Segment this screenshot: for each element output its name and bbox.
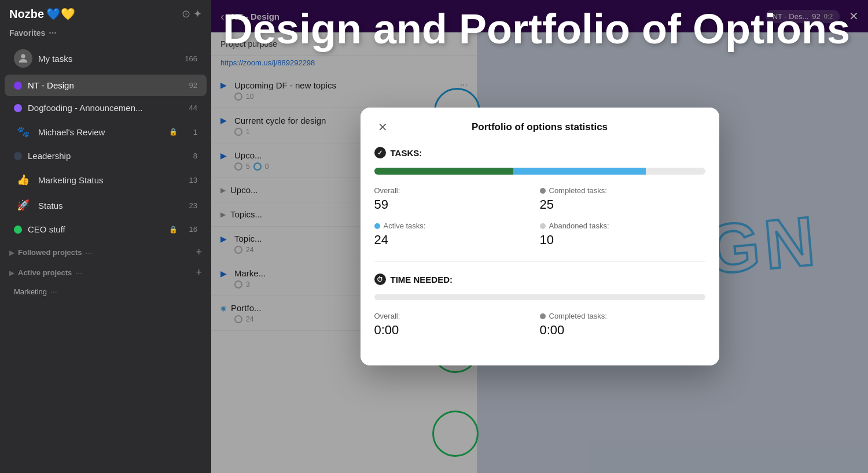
overall-tasks-stat: Overall: 59 [374, 186, 540, 212]
favorites-label: Favorites [9, 28, 45, 38]
time-stats-grid: Overall: 0:00 Completed tasks: 0:00 [374, 312, 705, 338]
sidebar-item-michaels-review[interactable]: 🐾 Michael's Review 🔒 1 [5, 120, 207, 144]
nozbe-logo: Nozbe 💙💛 [9, 7, 75, 21]
ceo-stuff-lock-icon: 🔒 [169, 226, 178, 234]
overall-tasks-value: 59 [374, 197, 540, 212]
followed-projects-chevron-icon[interactable]: ▶ [9, 249, 14, 257]
paw-icon: 🐾 [14, 125, 32, 138]
modal-overlay[interactable]: ✕ Portfolio of options statistics ✓ TASK… [211, 0, 868, 473]
sidebar-item-marketing-status[interactable]: 👍 Marketing Status 13 [5, 168, 207, 192]
leadership-dot [14, 152, 22, 160]
abandoned-tasks-label-text: Abandoned tasks: [549, 221, 609, 230]
time-title-text: TIME NEEDED: [391, 275, 453, 284]
ceo-stuff-count: 16 [183, 225, 197, 234]
completed-tasks-value: 25 [540, 197, 705, 212]
tasks-checkmark-icon: ✓ [374, 147, 386, 158]
abandoned-tasks-value: 10 [540, 232, 705, 247]
sidebar-item-status[interactable]: 🚀 Status 23 [5, 193, 207, 217]
section-divider [374, 261, 705, 262]
tasks-progress-green [374, 168, 513, 175]
nozbe-name: Nozbe [9, 8, 44, 21]
sidebar: Nozbe 💙💛 ⊙ ✦ Favorites ··· My tasks 166 … [0, 0, 211, 473]
leadership-label: Leadership [28, 151, 178, 161]
active-projects-chevron-icon[interactable]: ▶ [9, 269, 14, 277]
overall-time-stat: Overall: 0:00 [374, 312, 540, 338]
followed-projects-label: Followed projects [18, 248, 82, 257]
tasks-progress-bar [374, 168, 705, 175]
dogfooding-label: Dogfooding - Announcemen... [28, 103, 178, 113]
my-tasks-count: 166 [183, 54, 197, 63]
sidebar-item-leadership[interactable]: Leadership 8 [5, 145, 207, 167]
active-projects-menu-icon[interactable]: ··· [75, 268, 82, 278]
my-tasks-avatar [14, 49, 32, 68]
tasks-title-text: TASKS: [391, 148, 422, 158]
nt-design-count: 92 [183, 81, 197, 90]
time-clock-icon: ⏱ [374, 274, 386, 285]
sidebar-item-ceo-stuff[interactable]: CEO stuff 🔒 16 [5, 219, 207, 240]
time-progress-bar [374, 294, 705, 300]
favorites-section: Favorites ··· [0, 25, 211, 43]
tasks-progress-blue [513, 168, 646, 175]
status-label: Status [38, 201, 178, 210]
active-tasks-label-text: Active tasks: [384, 221, 426, 230]
abandoned-dot-icon [540, 223, 546, 229]
abandoned-tasks-label: Abandoned tasks: [540, 221, 705, 230]
overall-time-value: 0:00 [374, 323, 540, 338]
svg-point-0 [21, 54, 25, 58]
active-projects-label: Active projects [18, 268, 72, 277]
active-projects-add-icon[interactable]: + [196, 267, 202, 279]
sidebar-item-dogfooding[interactable]: Dogfooding - Announcemen... 44 [5, 97, 207, 119]
completed-time-label: Completed tasks: [540, 312, 705, 320]
status-count: 23 [183, 201, 197, 210]
nt-design-dot [14, 82, 22, 90]
ceo-stuff-label: CEO stuff [28, 224, 163, 234]
followed-projects-menu-icon[interactable]: ··· [86, 248, 93, 257]
sidebar-item-nt-design[interactable]: NT - Design 92 [5, 75, 207, 96]
sidebar-item-marketing[interactable]: Marketing ··· [0, 281, 211, 298]
dogfooding-dot [14, 104, 22, 112]
favorites-menu-icon[interactable]: ··· [49, 28, 56, 38]
modal-close-button[interactable]: ✕ [374, 119, 392, 136]
completed-time-label-text: Completed tasks: [549, 312, 607, 320]
completed-time-dot-icon [540, 313, 546, 319]
modal-title: Portfolio of options statistics [472, 121, 608, 133]
modal-dialog: ✕ Portfolio of options statistics ✓ TASK… [361, 108, 719, 365]
completed-time-value: 0:00 [540, 323, 705, 338]
active-dot-icon [374, 223, 380, 229]
modal-header: ✕ Portfolio of options statistics [374, 121, 705, 133]
marketing-label: Marketing [14, 287, 47, 296]
time-stats-section: ⏱ TIME NEEDED: Overall: 0:00 [374, 274, 705, 338]
overall-tasks-label-text: Overall: [374, 186, 400, 195]
overall-tasks-label: Overall: [374, 186, 540, 195]
abandoned-tasks-stat: Abandoned tasks: 10 [540, 221, 705, 247]
sidebar-header: Nozbe 💙💛 ⊙ ✦ [0, 0, 211, 25]
main-area: ‹ NT - Design NT - Des... 92 0:2 ✕ Proje… [211, 0, 868, 473]
marketing-status-count: 13 [183, 176, 197, 184]
completed-tasks-label-text: Completed tasks: [549, 186, 607, 195]
time-section-title: ⏱ TIME NEEDED: [374, 274, 705, 285]
tasks-stats-section: ✓ TASKS: Overall: 59 [374, 147, 705, 247]
tasks-stats-grid: Overall: 59 Completed tasks: 25 [374, 186, 705, 247]
marketing-menu-icon[interactable]: ··· [50, 287, 57, 296]
marketing-status-label: Marketing Status [38, 175, 178, 185]
completed-time-stat: Completed tasks: 0:00 [540, 312, 705, 338]
active-tasks-value: 24 [374, 232, 540, 247]
completed-tasks-label: Completed tasks: [540, 186, 705, 195]
completed-dot-icon [540, 188, 546, 194]
followed-projects-add-icon[interactable]: + [196, 246, 202, 258]
followed-projects-section: ▶ Followed projects ··· + [0, 241, 211, 261]
dogfooding-count: 44 [183, 104, 197, 112]
tasks-section-title: ✓ TASKS: [374, 147, 705, 158]
overall-time-label-text: Overall: [374, 312, 400, 320]
nt-design-label: NT - Design [28, 80, 178, 90]
completed-tasks-stat: Completed tasks: 25 [540, 186, 705, 212]
thumbs-up-icon: 👍 [14, 173, 32, 186]
michaels-review-lock-icon: 🔒 [169, 128, 178, 136]
active-tasks-label: Active tasks: [374, 221, 540, 230]
leadership-count: 8 [183, 151, 197, 160]
sidebar-item-my-tasks[interactable]: My tasks 166 [5, 43, 207, 73]
status-rocket-icon: 🚀 [14, 199, 32, 212]
michaels-review-count: 1 [183, 128, 197, 136]
nozbe-emoji: 💙💛 [46, 7, 75, 21]
active-projects-section: ▶ Active projects ··· + [0, 261, 211, 281]
